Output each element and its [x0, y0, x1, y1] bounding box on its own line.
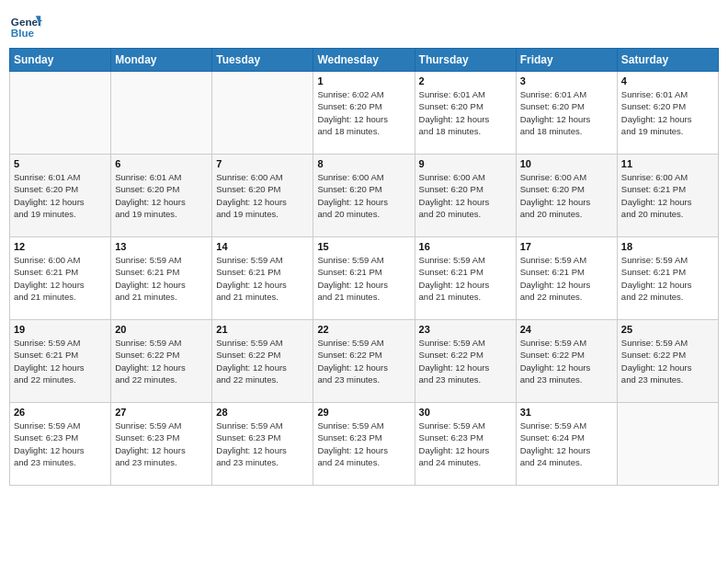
- day-info: Sunrise: 6:01 AM Sunset: 6:20 PM Dayligh…: [520, 88, 613, 137]
- day-info: Sunrise: 5:59 AM Sunset: 6:22 PM Dayligh…: [621, 337, 714, 385]
- day-number: 6: [115, 158, 208, 169]
- day-info: Sunrise: 5:59 AM Sunset: 6:23 PM Dayligh…: [419, 419, 512, 468]
- day-number: 22: [317, 324, 410, 335]
- day-info: Sunrise: 5:59 AM Sunset: 6:23 PM Dayligh…: [216, 419, 309, 468]
- day-info: Sunrise: 6:01 AM Sunset: 6:20 PM Dayligh…: [115, 171, 208, 220]
- day-info: Sunrise: 6:01 AM Sunset: 6:20 PM Dayligh…: [419, 88, 512, 137]
- day-info: Sunrise: 5:59 AM Sunset: 6:21 PM Dayligh…: [115, 254, 208, 303]
- day-number: 16: [419, 241, 512, 252]
- day-info: Sunrise: 6:00 AM Sunset: 6:20 PM Dayligh…: [419, 171, 512, 220]
- day-info: Sunrise: 5:59 AM Sunset: 6:24 PM Dayligh…: [520, 419, 613, 468]
- day-number: 7: [216, 158, 309, 169]
- calendar-cell: 19Sunrise: 5:59 AM Sunset: 6:21 PM Dayli…: [10, 320, 111, 403]
- calendar-cell: 12Sunrise: 6:00 AM Sunset: 6:21 PM Dayli…: [10, 237, 111, 320]
- day-info: Sunrise: 5:59 AM Sunset: 6:21 PM Dayligh…: [317, 254, 410, 303]
- day-number: 17: [520, 241, 613, 252]
- day-number: 24: [520, 324, 613, 335]
- weekday-header-monday: Monday: [111, 49, 212, 72]
- day-info: Sunrise: 6:01 AM Sunset: 6:20 PM Dayligh…: [14, 171, 107, 220]
- calendar-cell: 25Sunrise: 5:59 AM Sunset: 6:22 PM Dayli…: [617, 320, 718, 403]
- day-info: Sunrise: 5:59 AM Sunset: 6:21 PM Dayligh…: [419, 254, 512, 303]
- day-number: 19: [14, 324, 107, 335]
- calendar-cell: 24Sunrise: 5:59 AM Sunset: 6:22 PM Dayli…: [516, 320, 617, 403]
- calendar-cell: 6Sunrise: 6:01 AM Sunset: 6:20 PM Daylig…: [111, 155, 212, 237]
- calendar-cell: 1Sunrise: 6:02 AM Sunset: 6:20 PM Daylig…: [313, 72, 415, 155]
- calendar-cell: 23Sunrise: 5:59 AM Sunset: 6:22 PM Dayli…: [415, 320, 516, 403]
- day-number: 4: [621, 75, 714, 86]
- day-number: 15: [317, 241, 410, 252]
- calendar-cell: 26Sunrise: 5:59 AM Sunset: 6:23 PM Dayli…: [10, 403, 111, 486]
- calendar-cell: 17Sunrise: 5:59 AM Sunset: 6:21 PM Dayli…: [516, 237, 617, 320]
- day-number: 5: [14, 158, 107, 169]
- calendar-cell: 2Sunrise: 6:01 AM Sunset: 6:20 PM Daylig…: [415, 72, 516, 155]
- calendar-cell: 10Sunrise: 6:00 AM Sunset: 6:20 PM Dayli…: [516, 155, 617, 237]
- calendar-cell: 14Sunrise: 5:59 AM Sunset: 6:21 PM Dayli…: [212, 237, 313, 320]
- calendar-cell: [212, 72, 313, 155]
- day-info: Sunrise: 5:59 AM Sunset: 6:23 PM Dayligh…: [115, 419, 208, 468]
- day-info: Sunrise: 5:59 AM Sunset: 6:21 PM Dayligh…: [216, 254, 309, 303]
- day-info: Sunrise: 5:59 AM Sunset: 6:22 PM Dayligh…: [115, 337, 208, 385]
- weekday-header-friday: Friday: [516, 49, 617, 72]
- day-number: 2: [419, 75, 512, 86]
- day-number: 20: [115, 324, 208, 335]
- day-info: Sunrise: 5:59 AM Sunset: 6:22 PM Dayligh…: [419, 337, 512, 385]
- day-info: Sunrise: 5:59 AM Sunset: 6:22 PM Dayligh…: [216, 337, 309, 385]
- calendar-cell: 5Sunrise: 6:01 AM Sunset: 6:20 PM Daylig…: [10, 155, 111, 237]
- day-number: 30: [419, 407, 512, 418]
- calendar-cell: 18Sunrise: 5:59 AM Sunset: 6:21 PM Dayli…: [617, 237, 718, 320]
- calendar-cell: [10, 72, 111, 155]
- calendar-cell: 27Sunrise: 5:59 AM Sunset: 6:23 PM Dayli…: [111, 403, 212, 486]
- svg-text:Blue: Blue: [11, 27, 35, 39]
- weekday-header-sunday: Sunday: [10, 49, 111, 72]
- day-number: 13: [115, 241, 208, 252]
- day-number: 1: [317, 75, 410, 86]
- day-number: 25: [621, 324, 714, 335]
- day-info: Sunrise: 6:00 AM Sunset: 6:21 PM Dayligh…: [14, 254, 107, 303]
- day-info: Sunrise: 5:59 AM Sunset: 6:23 PM Dayligh…: [317, 419, 410, 468]
- day-number: 14: [216, 241, 309, 252]
- day-info: Sunrise: 5:59 AM Sunset: 6:21 PM Dayligh…: [520, 254, 613, 303]
- calendar-cell: 21Sunrise: 5:59 AM Sunset: 6:22 PM Dayli…: [212, 320, 313, 403]
- logo: General Blue: [9, 9, 42, 42]
- calendar-cell: 4Sunrise: 6:01 AM Sunset: 6:20 PM Daylig…: [617, 72, 718, 155]
- day-info: Sunrise: 5:59 AM Sunset: 6:21 PM Dayligh…: [14, 337, 107, 385]
- day-info: Sunrise: 6:00 AM Sunset: 6:20 PM Dayligh…: [520, 171, 613, 220]
- day-number: 21: [216, 324, 309, 335]
- day-info: Sunrise: 6:00 AM Sunset: 6:21 PM Dayligh…: [621, 171, 714, 220]
- day-number: 9: [419, 158, 512, 169]
- day-info: Sunrise: 5:59 AM Sunset: 6:21 PM Dayligh…: [621, 254, 714, 303]
- page-header: General Blue: [9, 9, 719, 42]
- calendar-cell: 13Sunrise: 5:59 AM Sunset: 6:21 PM Dayli…: [111, 237, 212, 320]
- day-info: Sunrise: 5:59 AM Sunset: 6:23 PM Dayligh…: [14, 419, 107, 468]
- weekday-header-wednesday: Wednesday: [313, 49, 415, 72]
- calendar-cell: 7Sunrise: 6:00 AM Sunset: 6:20 PM Daylig…: [212, 155, 313, 237]
- day-number: 31: [520, 407, 613, 418]
- day-number: 10: [520, 158, 613, 169]
- calendar-cell: [111, 72, 212, 155]
- calendar-cell: [617, 403, 718, 486]
- day-number: 27: [115, 407, 208, 418]
- calendar-cell: 16Sunrise: 5:59 AM Sunset: 6:21 PM Dayli…: [415, 237, 516, 320]
- day-info: Sunrise: 6:01 AM Sunset: 6:20 PM Dayligh…: [621, 88, 714, 137]
- weekday-header-thursday: Thursday: [415, 49, 516, 72]
- calendar-table: SundayMondayTuesdayWednesdayThursdayFrid…: [9, 48, 719, 486]
- logo-icon: General Blue: [9, 9, 42, 42]
- day-number: 12: [14, 241, 107, 252]
- day-number: 28: [216, 407, 309, 418]
- weekday-header-saturday: Saturday: [617, 49, 718, 72]
- calendar-cell: 15Sunrise: 5:59 AM Sunset: 6:21 PM Dayli…: [313, 237, 415, 320]
- day-info: Sunrise: 5:59 AM Sunset: 6:22 PM Dayligh…: [317, 337, 410, 385]
- calendar-cell: 8Sunrise: 6:00 AM Sunset: 6:20 PM Daylig…: [313, 155, 415, 237]
- calendar-cell: 29Sunrise: 5:59 AM Sunset: 6:23 PM Dayli…: [313, 403, 415, 486]
- day-number: 8: [317, 158, 410, 169]
- day-number: 29: [317, 407, 410, 418]
- day-number: 23: [419, 324, 512, 335]
- calendar-cell: 11Sunrise: 6:00 AM Sunset: 6:21 PM Dayli…: [617, 155, 718, 237]
- calendar-cell: 31Sunrise: 5:59 AM Sunset: 6:24 PM Dayli…: [516, 403, 617, 486]
- calendar-cell: 3Sunrise: 6:01 AM Sunset: 6:20 PM Daylig…: [516, 72, 617, 155]
- day-info: Sunrise: 6:00 AM Sunset: 6:20 PM Dayligh…: [317, 171, 410, 220]
- day-info: Sunrise: 5:59 AM Sunset: 6:22 PM Dayligh…: [520, 337, 613, 385]
- calendar-cell: 9Sunrise: 6:00 AM Sunset: 6:20 PM Daylig…: [415, 155, 516, 237]
- day-number: 18: [621, 241, 714, 252]
- day-info: Sunrise: 6:00 AM Sunset: 6:20 PM Dayligh…: [216, 171, 309, 220]
